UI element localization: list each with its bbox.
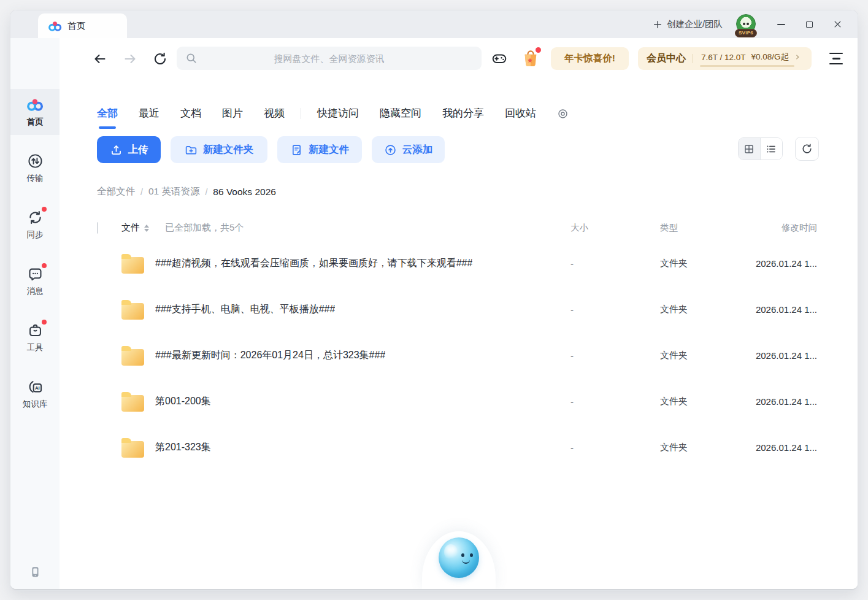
file-row[interactable]: ###最新更新时间：2026年01月24日，总计323集### - 文件夹 20… xyxy=(97,333,817,379)
message-icon xyxy=(25,264,45,283)
search-bar xyxy=(177,47,482,70)
load-status: 已全部加载，共5个 xyxy=(165,222,244,234)
file-row[interactable]: ###支持手机、电脑、电视、平板播放### - 文件夹 2026.01.24 1… xyxy=(97,287,817,333)
minimize-button[interactable] xyxy=(767,10,795,38)
storage-price: ¥0.08/G起 xyxy=(751,52,789,63)
folder-icon xyxy=(121,441,144,458)
search-icon xyxy=(185,52,198,64)
refresh-page-button[interactable] xyxy=(153,52,167,66)
tab-all[interactable]: 全部 xyxy=(97,106,118,121)
sync-badge xyxy=(42,207,47,212)
app-tab-home[interactable]: 首页 xyxy=(38,13,127,38)
breadcrumb-separator: / xyxy=(140,187,143,197)
search-input[interactable] xyxy=(177,47,482,70)
scope-icon[interactable] xyxy=(557,108,569,120)
sidebar-item-knowledge[interactable]: AI 知识库 xyxy=(10,371,60,417)
file-row[interactable]: 第001-200集 - 文件夹 2026.01.24 1... xyxy=(97,379,817,425)
column-modified: 修改时间 xyxy=(750,222,817,234)
list-view-icon xyxy=(766,144,777,155)
new-file-icon xyxy=(290,144,303,156)
file-size: - xyxy=(570,304,660,315)
file-list: ###超清视频，在线观看会压缩画质，如果要画质好，请下载下来观看### - 文件… xyxy=(97,240,817,471)
create-team-button[interactable]: 创建企业/团队 xyxy=(653,18,723,30)
file-size: - xyxy=(570,396,660,407)
file-name: ###超清视频，在线观看会压缩画质，如果要画质好，请下载下来观看### xyxy=(155,257,472,270)
refresh-list-button[interactable] xyxy=(795,137,819,161)
user-avatar[interactable]: SVIP6 xyxy=(735,14,757,35)
column-type: 类型 xyxy=(660,222,750,234)
tab-documents[interactable]: 文档 xyxy=(180,106,201,121)
sync-icon xyxy=(25,208,45,226)
breadcrumb-root[interactable]: 全部文件 xyxy=(97,185,135,198)
sidebar-item-tools[interactable]: 工具 xyxy=(10,315,60,361)
file-modified: 2026.01.24 1... xyxy=(750,258,817,269)
titlebar: 首页 创建企业/团队 SVIP6 xyxy=(10,10,858,38)
promo-button[interactable]: 年卡惊喜价! xyxy=(551,47,629,70)
svg-text:AI: AI xyxy=(34,385,39,391)
upload-icon xyxy=(110,144,123,156)
new-file-button[interactable]: 新建文件 xyxy=(277,136,362,163)
sidebar-label-tools: 工具 xyxy=(27,342,44,353)
file-type: 文件夹 xyxy=(660,258,750,269)
more-menu-button[interactable] xyxy=(829,53,843,64)
tab-videos[interactable]: 视频 xyxy=(264,106,285,121)
forward-button[interactable] xyxy=(123,52,137,66)
netdisk-logo-icon xyxy=(48,20,62,32)
vip-center-button[interactable]: 会员中心 7.6T / 12.0T ¥0.08/G起 xyxy=(638,47,812,70)
file-row[interactable]: ###超清视频，在线观看会压缩画质，如果要画质好，请下载下来观看### - 文件… xyxy=(97,240,817,287)
file-type: 文件夹 xyxy=(660,350,750,361)
view-toggle xyxy=(738,137,783,160)
file-modified: 2026.01.24 1... xyxy=(750,304,817,315)
mobile-app-button[interactable] xyxy=(10,564,60,579)
toolbox-icon xyxy=(25,321,45,339)
refresh-icon xyxy=(801,143,813,155)
menu-icon xyxy=(829,53,843,54)
tab-recycle-bin[interactable]: 回收站 xyxy=(505,106,536,121)
file-row[interactable]: 第201-323集 - 文件夹 2026.01.24 1... xyxy=(97,425,817,471)
sidebar-item-transfer[interactable]: 传输 xyxy=(10,145,60,191)
phone-icon xyxy=(28,564,42,579)
file-name: ###支持手机、电脑、电视、平板播放### xyxy=(155,303,335,316)
tab-quick-access[interactable]: 快捷访问 xyxy=(317,106,359,121)
maximize-button[interactable] xyxy=(795,10,823,38)
tab-hidden-space[interactable]: 隐藏空间 xyxy=(380,106,421,121)
sidebar-label-transfer: 传输 xyxy=(27,173,44,184)
close-button[interactable] xyxy=(823,10,851,38)
breadcrumb-separator: / xyxy=(205,187,207,197)
titlebar-right: 创建企业/团队 SVIP6 xyxy=(653,10,851,38)
new-folder-button[interactable]: 新建文件夹 xyxy=(171,136,267,163)
list-view-button[interactable] xyxy=(761,138,783,160)
cloud-add-icon xyxy=(384,144,397,156)
cloud-add-button[interactable]: 云添加 xyxy=(372,136,445,163)
file-type: 文件夹 xyxy=(660,442,750,453)
grid-view-icon xyxy=(743,144,755,155)
sidebar-item-home[interactable]: 首页 xyxy=(10,89,60,135)
messages-badge xyxy=(42,263,47,268)
column-size: 大小 xyxy=(570,222,660,234)
file-size: - xyxy=(570,442,660,453)
tab-my-shares[interactable]: 我的分享 xyxy=(442,106,484,121)
main-content: 年卡惊喜价! 会员中心 7.6T / 12.0T ¥0.08/G起 全部 最近 … xyxy=(60,38,858,589)
vip-divider xyxy=(693,54,693,63)
rewards-button[interactable] xyxy=(521,48,540,67)
back-button[interactable] xyxy=(93,52,107,66)
grid-view-button[interactable] xyxy=(739,138,761,160)
chevron-right-icon xyxy=(794,54,801,60)
tab-recent[interactable]: 最近 xyxy=(139,106,159,121)
tab-images[interactable]: 图片 xyxy=(222,106,243,121)
select-all-checkbox[interactable] xyxy=(97,222,98,234)
sidebar-label-messages: 消息 xyxy=(27,286,44,297)
folder-icon xyxy=(121,303,144,320)
breadcrumb: 全部文件 / 01 英语资源 / 86 Vooks 2026 xyxy=(97,185,276,198)
upload-button[interactable]: 上传 xyxy=(97,136,161,163)
games-button[interactable] xyxy=(491,50,507,66)
breadcrumb-parent[interactable]: 01 英语资源 xyxy=(148,185,200,198)
sidebar-item-messages[interactable]: 消息 xyxy=(10,258,60,304)
tabs-divider xyxy=(301,108,301,119)
file-name: ###最新更新时间：2026年01月24日，总计323集### xyxy=(155,349,385,362)
close-icon xyxy=(833,20,842,29)
transfer-icon xyxy=(25,152,45,170)
ai-assistant-ball[interactable] xyxy=(422,531,496,589)
sidebar-item-sync[interactable]: 同步 xyxy=(10,202,60,248)
sort-toggle[interactable] xyxy=(144,225,149,232)
